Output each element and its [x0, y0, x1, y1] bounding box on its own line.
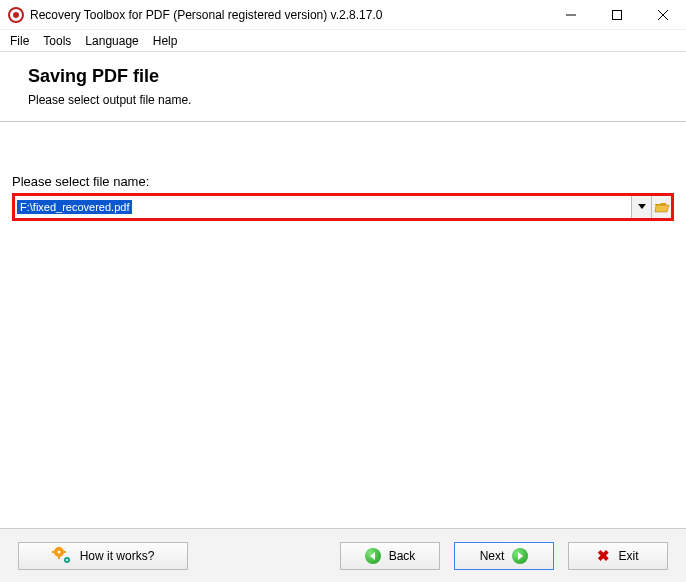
arrow-left-icon	[365, 548, 381, 564]
minimize-button[interactable]	[548, 0, 594, 30]
footer: How it works? Back Next ✖ Exit	[0, 528, 686, 582]
arrow-right-icon	[512, 548, 528, 564]
titlebar: Recovery Toolbox for PDF (Personal regis…	[0, 0, 686, 30]
exit-button[interactable]: ✖ Exit	[568, 542, 668, 570]
svg-marker-13	[370, 552, 375, 560]
how-it-works-button[interactable]: How it works?	[18, 542, 188, 570]
folder-open-icon	[654, 200, 670, 214]
file-path-value: F:\fixed_recovered.pdf	[17, 200, 132, 214]
chevron-down-icon	[638, 204, 646, 210]
svg-rect-8	[58, 556, 60, 559]
svg-rect-7	[58, 547, 60, 548]
window-controls	[548, 0, 686, 30]
svg-point-6	[57, 550, 60, 553]
menu-language[interactable]: Language	[85, 34, 138, 48]
svg-rect-10	[63, 551, 66, 553]
menu-file[interactable]: File	[10, 34, 29, 48]
close-button[interactable]	[640, 0, 686, 30]
maximize-button[interactable]	[594, 0, 640, 30]
svg-rect-1	[613, 10, 622, 19]
page-header: Saving PDF file Please select output fil…	[0, 52, 686, 122]
next-label: Next	[480, 549, 505, 563]
back-label: Back	[389, 549, 416, 563]
svg-point-12	[66, 559, 68, 561]
dropdown-button[interactable]	[631, 196, 651, 218]
exit-label: Exit	[618, 549, 638, 563]
file-label: Please select file name:	[12, 174, 674, 189]
file-path-input[interactable]: F:\fixed_recovered.pdf	[15, 196, 631, 218]
gears-icon	[52, 547, 72, 565]
svg-marker-4	[638, 204, 646, 209]
window-title: Recovery Toolbox for PDF (Personal regis…	[30, 8, 548, 22]
next-button[interactable]: Next	[454, 542, 554, 570]
file-input-row: F:\fixed_recovered.pdf	[12, 193, 674, 221]
menu-help[interactable]: Help	[153, 34, 178, 48]
page-subtitle: Please select output file name.	[28, 93, 658, 107]
content-area: Please select file name: F:\fixed_recove…	[0, 122, 686, 221]
page-title: Saving PDF file	[28, 66, 658, 87]
app-icon	[8, 7, 24, 23]
svg-marker-14	[518, 552, 523, 560]
svg-rect-9	[52, 551, 55, 553]
menubar: File Tools Language Help	[0, 30, 686, 52]
how-it-works-label: How it works?	[80, 549, 155, 563]
back-button[interactable]: Back	[340, 542, 440, 570]
menu-tools[interactable]: Tools	[43, 34, 71, 48]
close-icon: ✖	[597, 548, 610, 563]
browse-button[interactable]	[651, 196, 671, 218]
